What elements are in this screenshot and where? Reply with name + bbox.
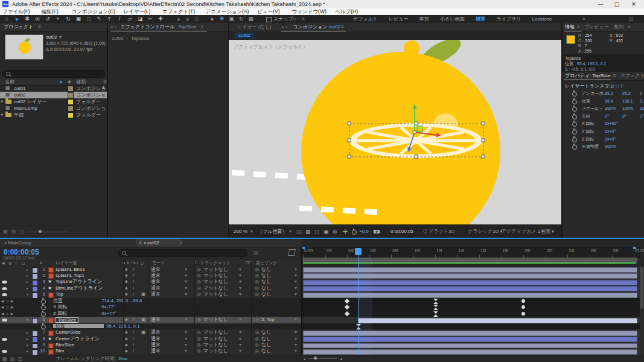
stopwatch-icon[interactable]	[572, 130, 577, 135]
parent-pickwhip-icon[interactable]: ◎	[255, 285, 259, 291]
next-keyframe-arrow[interactable]: ▶	[11, 298, 13, 304]
parent-select[interactable]: なし	[261, 348, 271, 354]
expand-arrow-icon[interactable]: ▸	[27, 285, 28, 291]
footer-toggle-icon[interactable]: ▤	[10, 356, 15, 361]
mode-caret-icon[interactable]: ▾	[185, 285, 187, 291]
exposure-value[interactable]: +0.0	[359, 225, 369, 238]
shy-icon[interactable]: ♣	[125, 285, 128, 291]
footer-toggle-icon[interactable]: ▦	[2, 356, 7, 361]
close-tab-icon[interactable]: ✕	[138, 239, 142, 247]
mode-caret-icon[interactable]: ▾	[185, 273, 187, 279]
menu-item[interactable]: エフェクト(T)	[162, 8, 195, 15]
parent-pickwhip-icon[interactable]: ◎	[255, 273, 259, 279]
viewer-timecode[interactable]: 0:00:00:05	[391, 225, 413, 238]
composition-tab[interactable]: コンポジション cut02	[293, 23, 340, 31]
snap-extra-icon[interactable]: ◇	[293, 15, 296, 23]
matte-target-icon[interactable]: ◎	[197, 317, 201, 323]
property-value[interactable]: 0°	[640, 113, 644, 120]
matte-select[interactable]: マットなし	[203, 336, 228, 342]
layer-duration-bar[interactable]	[358, 318, 637, 323]
layer-duration-bar[interactable]	[303, 280, 637, 285]
matte-target-icon[interactable]: ◎	[197, 285, 201, 291]
project-tab[interactable]: プロジェクト	[4, 24, 33, 30]
shy-icon[interactable]: ♣	[125, 348, 128, 354]
layer-duration-bar[interactable]	[303, 267, 637, 273]
matte-caret-icon[interactable]: ▾	[239, 336, 241, 342]
keyframe-easy-ease[interactable]	[433, 305, 438, 310]
property-value[interactable]: 95.3	[622, 90, 631, 97]
stopwatch-icon[interactable]	[572, 107, 577, 112]
eye-icon[interactable]	[2, 281, 7, 284]
workspace-tab-ライブラリ[interactable]: ライブラリ	[497, 15, 521, 23]
zoom-caret-icon[interactable]: ▾	[250, 225, 253, 238]
layer-duration-bar[interactable]	[303, 343, 637, 349]
matte-select[interactable]: マットなし	[203, 285, 228, 291]
workspace-tab-小さい画面[interactable]: 小さい画面	[440, 15, 464, 23]
matte-select[interactable]: マットなし	[203, 279, 228, 285]
property-value[interactable]: 0°	[605, 113, 609, 120]
layer-duration-bar[interactable]	[303, 273, 637, 279]
minimize-button[interactable]: —	[595, 0, 607, 8]
shy-icon[interactable]: ♣	[125, 267, 128, 273]
orbit-tool-icon[interactable]: ↺	[43, 15, 52, 23]
parent-pickwhip-icon[interactable]: ◎	[255, 336, 259, 342]
guides-icon[interactable]: ▣	[324, 225, 329, 238]
parent-pickwhip-icon[interactable]: ◎	[255, 329, 259, 335]
matte-target-icon[interactable]: ◎	[197, 336, 201, 342]
menu-item[interactable]: ビュー(V)	[257, 8, 279, 15]
sort-arrow-icon[interactable]: ▲	[59, 78, 63, 85]
pan-camera-tool-icon[interactable]: +	[54, 15, 62, 23]
prev-keyframe-arrow[interactable]: ◀	[1, 311, 4, 317]
rotation-tool-icon[interactable]: ↻	[64, 15, 72, 23]
mode-caret-icon[interactable]: ▾	[185, 267, 187, 273]
matte-caret-icon[interactable]: ▾	[239, 285, 241, 291]
graph-toggle-icon[interactable]: ∟	[48, 304, 52, 310]
cti-line[interactable]	[358, 255, 359, 355]
add-keyframe-diamond[interactable]: ◇	[6, 311, 8, 317]
parent-select[interactable]: なし	[261, 267, 271, 273]
shy-icon[interactable]: ♣	[125, 336, 128, 342]
mode-select[interactable]: 通常	[151, 336, 161, 342]
mode-caret-icon[interactable]: ▾	[185, 348, 187, 354]
layer-name[interactable]: Top	[56, 291, 63, 297]
property-value[interactable]: 100%	[640, 105, 644, 112]
snap-checkbox[interactable]	[266, 17, 272, 22]
panel-menu-icon[interactable]: ≡	[613, 73, 616, 78]
hand-tool-icon[interactable]: ✽	[23, 15, 31, 23]
expand-arrow-icon[interactable]: ▾	[27, 291, 28, 297]
matte-caret-icon[interactable]: ▾	[239, 329, 241, 335]
snap-label[interactable]: スナップ	[273, 15, 293, 23]
parent-pickwhip-icon[interactable]: ◎	[255, 267, 259, 273]
prev-keyframe-arrow[interactable]: ◀	[1, 298, 4, 304]
layer-name[interactable]: Centerアウトライン	[56, 336, 100, 342]
keyframe-linear[interactable]	[345, 311, 349, 316]
stopwatch-icon[interactable]	[572, 115, 577, 119]
layer-duration-bar[interactable]	[303, 331, 637, 336]
collapse-transform-icon[interactable]: ▣	[141, 291, 146, 297]
timeline-zoom-knob[interactable]	[314, 357, 317, 360]
stopwatch-icon[interactable]	[572, 145, 577, 150]
quality-icon[interactable]: /	[133, 342, 134, 348]
project-row[interactable]: ▸cut02 レイヤーフォルダー	[0, 98, 107, 105]
time-ruler[interactable]: 0:00f02f04f06f08f10f12f14f16f18f20f22f24…	[302, 247, 640, 258]
slider-knob[interactable]	[39, 230, 42, 233]
label-column-icon[interactable]: ◈	[68, 78, 71, 85]
reset-button[interactable]: リセット	[605, 83, 625, 89]
property-value[interactable]: 0x+0°	[605, 136, 616, 143]
next-keyframe-arrow[interactable]: ▶	[11, 304, 13, 310]
comp-subtab[interactable]: cut02	[235, 33, 254, 39]
gizmo-position-icon[interactable]: ✚	[218, 15, 226, 23]
quality-icon[interactable]: /	[133, 273, 134, 279]
layer-name[interactable]: TopSlice	[56, 317, 78, 323]
layer-duration-bar[interactable]	[303, 349, 637, 355]
keyframe-auto-bezier[interactable]	[521, 299, 525, 303]
resolution-caret-icon[interactable]: ▾	[289, 225, 292, 238]
project-row[interactable]: ▦MainCompコンポジション	[0, 105, 107, 112]
parent-pickwhip-icon[interactable]: ◎	[255, 279, 259, 285]
matte-caret-icon[interactable]: ▾	[239, 348, 241, 354]
column-name[interactable]: 名前	[5, 78, 14, 85]
eye-icon[interactable]	[2, 350, 7, 353]
toolbar-extra-icon[interactable]: ▲	[175, 15, 182, 23]
label-chip[interactable]	[68, 86, 74, 92]
parent-caret-icon[interactable]: ▾	[295, 279, 297, 285]
